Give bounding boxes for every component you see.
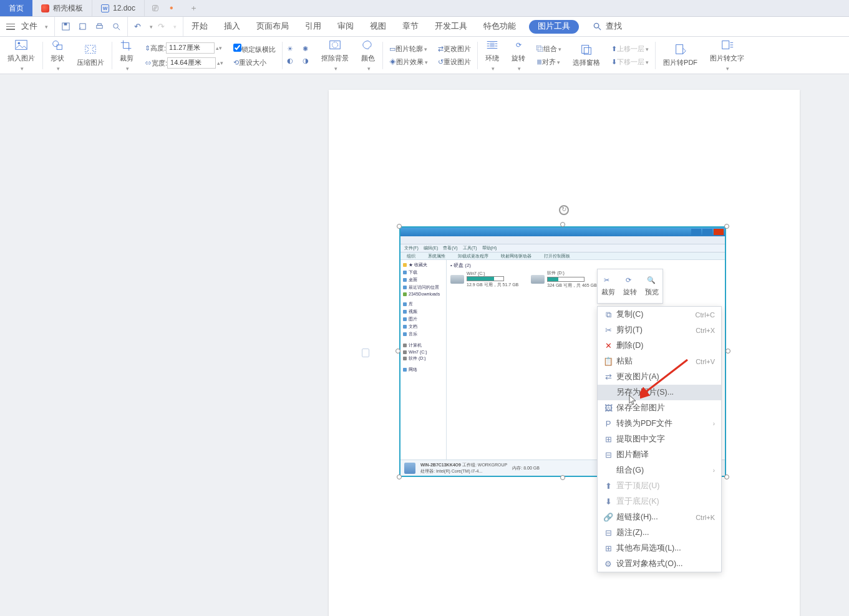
lock-checkbox[interactable] [233, 44, 241, 52]
rib-color[interactable]: 颜色▾ [355, 37, 381, 74]
rib-rotate[interactable]: ⟳旋转▾ [505, 37, 531, 74]
rib-insert-pic[interactable]: 插入图片▾ [1, 37, 41, 74]
rib-remove-bg[interactable]: 抠除背景▾ [315, 37, 355, 74]
tab-document[interactable]: W12.doc [92, 0, 145, 16]
ctx-layout[interactable]: ⊞其他布局选项(L)... [598, 541, 721, 556]
rib-effect[interactable]: ◈图片效果▾ [387, 57, 430, 67]
resize-handle-e[interactable] [725, 349, 730, 354]
disk-d: 软件 (D:) 324 GB 可用，共 465 GB [531, 270, 596, 289]
rib-compress[interactable]: 压缩图片 [70, 37, 110, 74]
reset-pic-icon: ↺ [438, 58, 444, 65]
rib-change[interactable]: ⇄更改图片 [436, 44, 473, 54]
rib-to-text[interactable]: 图片转文字▾ [704, 37, 750, 74]
rotation-handle[interactable] [559, 205, 569, 215]
ctx-save-as-pic[interactable]: 另存为图片(S)... [598, 385, 721, 400]
rib-shape[interactable]: 形状▾ [44, 37, 70, 74]
brightness-down-icon[interactable]: ✺ [303, 45, 312, 54]
svg-rect-6 [16, 41, 27, 50]
rib-outline[interactable]: ▭图片轮廓▾ [387, 44, 430, 54]
ctx-save-all[interactable]: 🖼保存全部图片 [598, 400, 721, 416]
redo-icon[interactable]: ↷ [158, 22, 167, 31]
rotate-icon: ⟳ [626, 276, 635, 286]
contrast-down-icon[interactable]: ◑ [303, 57, 312, 66]
undo-icon[interactable]: ↶ [134, 22, 143, 31]
menu-file[interactable]: 文件 [21, 21, 37, 32]
save-icon[interactable] [61, 22, 70, 31]
rib-group[interactable]: ⿻组合▾ [535, 44, 563, 54]
print-icon[interactable] [95, 22, 104, 31]
ctx-format[interactable]: ⚙设置对象格式(O)... [598, 556, 721, 572]
menu-tab-view[interactable]: 视图 [362, 17, 394, 36]
network-icon [403, 368, 407, 372]
contrast-icon[interactable]: ◐ [287, 57, 296, 66]
menu-tab-start[interactable]: 开始 [183, 17, 216, 36]
delete-icon: ✕ [603, 341, 614, 350]
win-max-icon [702, 229, 712, 235]
menu-tab-insert[interactable]: 插入 [216, 17, 248, 36]
rib-sel-pane[interactable]: 选择窗格 [566, 37, 606, 74]
menu-tab-feature[interactable]: 特色功能 [475, 17, 524, 36]
ctx-translate[interactable]: ⊟图片翻译 [598, 447, 721, 463]
resize-handle-sw[interactable] [397, 474, 402, 479]
width-input[interactable] [167, 57, 216, 69]
resize-handle-n[interactable] [560, 222, 565, 227]
document-canvas[interactable]: 文件(F) 编辑(E) 查看(V) 工具(T) 帮助(H) 组织 系统属性 卸载… [0, 74, 849, 616]
ctx-hyperlink[interactable]: 🔗超链接(H)...Ctrl+K [598, 509, 721, 525]
svg-point-8 [53, 41, 59, 47]
rib-lock[interactable]: 锁定纵横比 [231, 43, 278, 55]
tab-template[interactable]: 稻壳模板 [32, 0, 92, 16]
menu-tab-review[interactable]: 审阅 [329, 17, 362, 36]
ctx-copy[interactable]: ⧉复制(C)Ctrl+C [598, 307, 721, 322]
rib-reset-size[interactable]: ⟲重设大小 [231, 57, 278, 68]
ctx-paste[interactable]: 📋粘贴Ctrl+V [598, 354, 721, 369]
menu-tab-dev[interactable]: 开发工具 [427, 17, 475, 36]
rib-align[interactable]: ≣对齐▾ [535, 57, 563, 67]
ctx-delete[interactable]: ✕删除(D) [598, 338, 721, 354]
width-icon: ⇔ [145, 59, 152, 66]
bring-fwd-icon: ⬆ [611, 45, 617, 52]
brightness-icon[interactable]: ☀ [287, 45, 296, 54]
pc-icon [404, 463, 415, 474]
group-icon: ⿻ [536, 45, 543, 52]
ctx-extract-text[interactable]: ⊞提取图中文字 [598, 431, 721, 447]
ctx-caption[interactable]: ⊟题注(Z)... [598, 525, 721, 541]
win-min-icon [691, 229, 701, 235]
quick-rotate[interactable]: ⟳旋转 [619, 269, 641, 303]
height-input[interactable] [166, 42, 215, 54]
print-preview-icon[interactable] [78, 22, 87, 31]
tab-home[interactable]: 首页 [0, 0, 32, 16]
dot-icon[interactable]: • [170, 2, 173, 14]
ctx-change-pic[interactable]: ⇄更改图片(A) [598, 369, 721, 385]
rib-crop[interactable]: 裁剪▾ [114, 37, 140, 74]
ctx-to-pdf[interactable]: P转换为PDF文件› [598, 416, 721, 431]
embed-titlebar [400, 228, 725, 236]
resize-handle-nw[interactable] [397, 224, 402, 229]
hamburger-icon[interactable] [6, 24, 15, 30]
quick-preview[interactable]: 🔍预览 [641, 269, 662, 303]
menu-tab-ref[interactable]: 引用 [297, 17, 329, 36]
ctx-group[interactable]: 组合(G)› [598, 463, 721, 478]
rib-wrap[interactable]: 环绕▾ [479, 37, 505, 74]
quick-crop[interactable]: ✂裁剪 [598, 269, 619, 303]
resize-handle-ne[interactable] [724, 224, 729, 229]
preview-icon[interactable] [112, 22, 121, 31]
folder-icon [403, 292, 407, 296]
resize-handle-se[interactable] [724, 474, 729, 479]
send-back-icon: ⬇ [611, 58, 617, 65]
chevron-down-icon: ▾ [45, 24, 48, 30]
rib-adjust2: ✺ ◑ [299, 37, 315, 74]
menu-tab-picture-tools[interactable]: 图片工具 [529, 20, 579, 34]
tab-add[interactable]: ＋ [181, 0, 206, 16]
ctx-cut[interactable]: ✂剪切(T)Ctrl+X [598, 322, 721, 338]
rib-reset-pic[interactable]: ↺重设图片 [436, 57, 473, 67]
resize-handle-s[interactable] [560, 475, 565, 480]
menu-tab-layout[interactable]: 页面布局 [248, 17, 297, 36]
screen-icon[interactable]: ⎚ [152, 2, 158, 14]
download-icon [403, 271, 407, 274]
copy-icon: ⧉ [603, 310, 614, 320]
menu-tab-chapter[interactable]: 章节 [394, 17, 427, 36]
resize-handle-w[interactable] [395, 349, 400, 354]
format-icon: ⚙ [603, 559, 614, 569]
menu-find[interactable]: 查找 [584, 21, 631, 32]
rib-to-pdf[interactable]: 图片转PDF [657, 37, 704, 74]
